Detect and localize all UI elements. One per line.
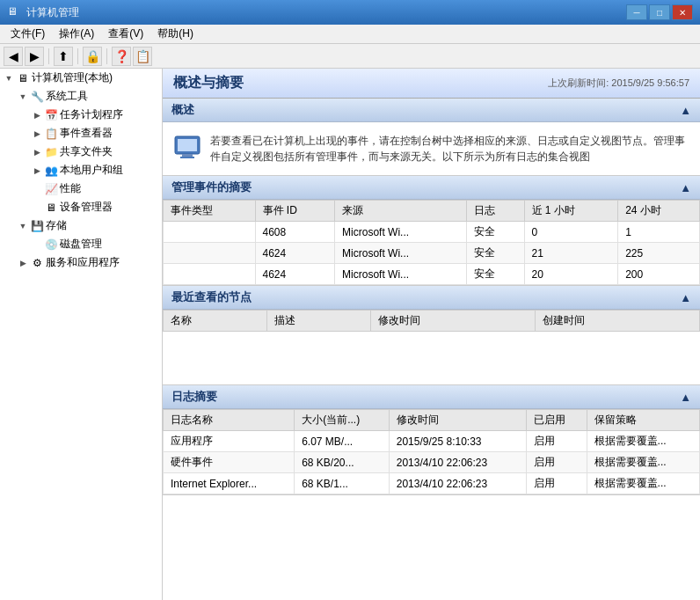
col-description: 描述 [266, 311, 370, 332]
cell-log-modified: 2015/9/25 8:10:33 [389, 431, 526, 452]
col-log-size: 大小(当前...) [295, 410, 390, 431]
tree-item-local[interactable]: ▶ 👥 本地用户和组 [0, 161, 162, 179]
tree-item-root[interactable]: ▼ 🖥 计算机管理(本地) [0, 69, 162, 87]
tree-item-event[interactable]: ▶ 📋 事件查看器 [0, 124, 162, 143]
task-icon: 📅 [44, 108, 58, 122]
log-summary-header[interactable]: 日志摘要 ▲ [163, 385, 700, 409]
tree-label-storage: 存储 [46, 218, 67, 233]
cell-log-policy: 根据需要覆盖... [587, 452, 699, 473]
cell-1hour: 20 [524, 264, 618, 285]
col-1hour: 近 1 小时 [524, 201, 618, 222]
cell-log: 安全 [466, 264, 524, 285]
tree-label-device: 设备管理器 [60, 200, 113, 215]
col-event-id: 事件 ID [255, 201, 335, 222]
show-hide-button[interactable]: 🔒 [83, 47, 102, 66]
forward-button[interactable]: ▶ [25, 47, 44, 66]
svg-rect-1 [178, 139, 197, 151]
menu-action[interactable]: 操作(A) [52, 25, 101, 43]
cell-log-size: 6.07 MB/... [295, 431, 390, 452]
cell-1hour: 21 [524, 243, 618, 264]
up-button[interactable]: ⬆ [54, 47, 73, 66]
maximize-button[interactable]: □ [649, 4, 670, 20]
toolbar-separator-1 [48, 48, 49, 64]
left-panel: ▼ 🖥 计算机管理(本地) ▼ 🔧 系统工具 ▶ 📅 任务计划程序 ▶ 📋 事件… [0, 69, 163, 600]
tree-label-root: 计算机管理(本地) [32, 70, 113, 85]
table-row[interactable]: 硬件事件 68 KB/20... 2013/4/10 22:06:23 启用 根… [164, 452, 700, 473]
table-row[interactable]: 4624 Microsoft Wi... 安全 21 225 [164, 243, 700, 264]
cell-type [164, 243, 256, 264]
title-bar-text: 计算机管理 [26, 5, 626, 20]
properties-button[interactable]: 📋 [133, 47, 152, 66]
table-row[interactable]: 4624 Microsoft Wi... 安全 20 200 [164, 264, 700, 285]
log-table: 日志名称 大小(当前...) 修改时间 已启用 保留策略 应用程序 6.07 M… [163, 409, 700, 494]
toolbar-separator-2 [77, 48, 78, 64]
device-icon: 🖥 [44, 201, 58, 215]
menu-bar: 文件(F) 操作(A) 查看(V) 帮助(H) [0, 25, 700, 44]
recently-viewed-arrow: ▲ [680, 291, 691, 304]
col-name: 名称 [164, 311, 267, 332]
tree-label-task: 任务计划程序 [60, 107, 123, 122]
tree-label-disk: 磁盘管理 [60, 237, 102, 252]
tree-item-services[interactable]: ▶ ⚙ 服务和应用程序 [0, 253, 162, 272]
cell-log-size: 68 KB/1... [295, 473, 390, 494]
toolbar: ◀ ▶ ⬆ 🔒 ❓ 📋 [0, 44, 700, 69]
cell-type [164, 264, 256, 285]
cell-log-policy: 根据需要覆盖... [587, 431, 699, 452]
expand-icon-root: ▼ [2, 71, 16, 85]
toolbar-separator-3 [106, 48, 107, 64]
menu-help[interactable]: 帮助(H) [150, 25, 201, 43]
recently-viewed-header[interactable]: 最近查看的节点 ▲ [163, 286, 700, 310]
table-row[interactable]: Internet Explorer... 68 KB/1... 2013/4/1… [164, 473, 700, 494]
col-source: 来源 [335, 201, 467, 222]
svg-rect-2 [182, 154, 193, 157]
cell-source: Microsoft Wi... [335, 222, 467, 243]
right-panel: 概述与摘要 上次刷新时间: 2015/9/25 9:56:57 概述 ▲ [163, 69, 700, 600]
log-table-container[interactable]: 日志名称 大小(当前...) 修改时间 已启用 保留策略 应用程序 6.07 M… [163, 409, 700, 494]
recently-viewed-content: 名称 描述 修改时间 创建时间 [163, 310, 700, 384]
overview-section-arrow: ▲ [680, 104, 691, 117]
svg-rect-3 [180, 157, 194, 158]
title-bar-controls: ─ □ ✕ [626, 4, 693, 20]
table-row[interactable]: 4608 Microsoft Wi... 安全 0 1 [164, 222, 700, 243]
cell-id: 4624 [255, 264, 335, 285]
tree-item-device[interactable]: ▶ 🖥 设备管理器 [0, 198, 162, 216]
event-table-container[interactable]: 事件类型 事件 ID 来源 日志 近 1 小时 24 小时 4608 Micro… [163, 200, 700, 285]
tools-icon: 🔧 [30, 90, 44, 104]
expand-icon-local: ▶ [30, 164, 44, 178]
cell-source: Microsoft Wi... [335, 243, 467, 264]
page-header: 概述与摘要 上次刷新时间: 2015/9/25 9:56:57 [163, 69, 700, 99]
cell-log-enabled: 启用 [526, 431, 587, 452]
tree-item-perf[interactable]: ▶ 📈 性能 [0, 179, 162, 198]
menu-view[interactable]: 查看(V) [101, 25, 150, 43]
overview-section-header[interactable]: 概述 ▲ [163, 99, 700, 122]
minimize-button[interactable]: ─ [626, 4, 647, 20]
disk-icon: 💿 [44, 238, 58, 252]
cell-log-size: 68 KB/20... [295, 452, 390, 473]
recently-viewed-section: 最近查看的节点 ▲ 名称 描述 修改时间 创建时间 [163, 286, 700, 385]
tree-item-system[interactable]: ▼ 🔧 系统工具 [0, 87, 162, 106]
expand-icon-storage: ▼ [16, 219, 30, 233]
page-title: 概述与摘要 [173, 74, 244, 92]
storage-icon: 💾 [30, 219, 44, 233]
recently-viewed-title: 最近查看的节点 [171, 289, 252, 305]
back-button[interactable]: ◀ [4, 47, 23, 66]
cell-log-name: 应用程序 [164, 431, 295, 452]
table-row[interactable]: 应用程序 6.07 MB/... 2015/9/25 8:10:33 启用 根据… [164, 431, 700, 452]
event-summary-header[interactable]: 管理事件的摘要 ▲ [163, 176, 700, 200]
close-button[interactable]: ✕ [672, 4, 693, 20]
menu-file[interactable]: 文件(F) [4, 25, 52, 43]
cell-id: 4608 [255, 222, 335, 243]
folder-icon: 📁 [44, 145, 58, 159]
log-summary-title: 日志摘要 [171, 389, 217, 405]
tree-item-storage[interactable]: ▼ 💾 存储 [0, 216, 162, 235]
col-event-type: 事件类型 [164, 201, 256, 222]
tree-item-disk[interactable]: ▶ 💿 磁盘管理 [0, 235, 162, 253]
cell-log-policy: 根据需要覆盖... [587, 473, 699, 494]
expand-icon-event: ▶ [30, 127, 44, 141]
tree-item-task[interactable]: ▶ 📅 任务计划程序 [0, 106, 162, 124]
cell-log: 安全 [466, 222, 524, 243]
col-log-modified: 修改时间 [389, 410, 526, 431]
help-button[interactable]: ❓ [112, 47, 131, 66]
tree-item-shared[interactable]: ▶ 📁 共享文件夹 [0, 143, 162, 161]
col-log-enabled: 已启用 [526, 410, 587, 431]
